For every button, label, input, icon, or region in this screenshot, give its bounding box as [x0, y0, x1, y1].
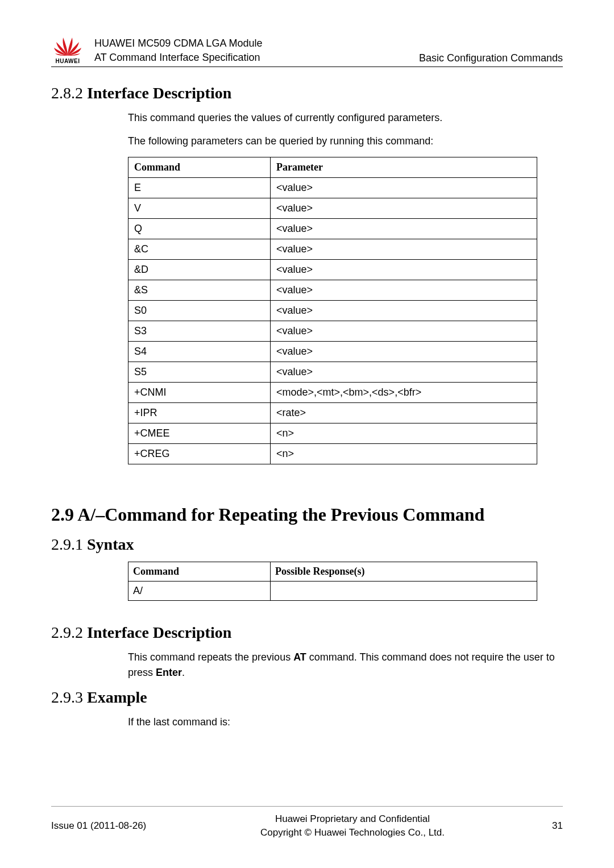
- cell-parameter: <value>: [271, 321, 537, 342]
- heading-2-8-2: 2.8.2 Interface Description: [51, 84, 563, 102]
- table-row: &D<value>: [128, 260, 537, 280]
- cell-parameter: <n>: [271, 423, 537, 444]
- heading-2-9-3: 2.9.3 Example: [51, 688, 563, 707]
- table-row: +CNMI<mode>,<mt>,<bm>,<ds>,<bfr>: [128, 383, 537, 403]
- bold-text: AT: [293, 651, 306, 663]
- heading-num: 2.9.1: [51, 535, 87, 553]
- syntax-table: Command Possible Response(s) A/: [128, 562, 537, 601]
- cell-parameter: <value>: [271, 178, 537, 198]
- cell-command: +CMEE: [128, 423, 271, 444]
- paragraph: If the last command is:: [128, 715, 563, 730]
- table-row: +IPR<rate>: [128, 403, 537, 423]
- table-row: V<value>: [128, 198, 537, 219]
- cell-command: S4: [128, 342, 271, 362]
- table-row: A/: [128, 582, 537, 601]
- table-header-command: Command: [128, 562, 271, 582]
- table-row: +CREG<n>: [128, 444, 537, 464]
- heading-2-9-1: 2.9.1 Syntax: [51, 535, 563, 554]
- heading-title: Example: [87, 688, 147, 706]
- cell-response: [271, 582, 537, 601]
- heading-num: 2.8.2: [51, 84, 87, 102]
- paragraph: The following parameters can be queried …: [128, 134, 563, 149]
- proprietary-text: Huawei Proprietary and Confidential: [176, 812, 529, 826]
- table-header-response: Possible Response(s): [271, 562, 537, 582]
- table-row: &C<value>: [128, 239, 537, 260]
- table-header-parameter: Parameter: [271, 157, 537, 178]
- table-row: &S<value>: [128, 280, 537, 301]
- cell-parameter: <mode>,<mt>,<bm>,<ds>,<bfr>: [271, 383, 537, 403]
- table-header-command: Command: [128, 157, 271, 178]
- cell-command: &C: [128, 239, 271, 260]
- cell-parameter: <value>: [271, 362, 537, 383]
- cell-command: S3: [128, 321, 271, 342]
- page-footer: Issue 01 (2011-08-26) Huawei Proprietary…: [51, 806, 563, 840]
- logo-text: HUAWEI: [56, 58, 80, 64]
- paragraph: This command queries the values of curre…: [128, 110, 563, 126]
- issue-date: Issue 01 (2011-08-26): [51, 820, 176, 832]
- table-row: Q<value>: [128, 219, 537, 239]
- cell-parameter: <value>: [271, 219, 537, 239]
- paragraph: This command repeats the previous AT com…: [128, 650, 563, 680]
- cell-command: +CREG: [128, 444, 271, 464]
- cell-parameter: <rate>: [271, 403, 537, 423]
- table-row: S3<value>: [128, 321, 537, 342]
- cell-parameter: <value>: [271, 198, 537, 219]
- heading-title: Syntax: [87, 535, 134, 553]
- cell-parameter: <value>: [271, 280, 537, 301]
- page-number: 31: [529, 820, 563, 832]
- table-row: S5<value>: [128, 362, 537, 383]
- cell-parameter: <value>: [271, 239, 537, 260]
- chapter-title: Basic Configuration Commands: [419, 52, 563, 64]
- heading-num: 2.9.3: [51, 688, 87, 706]
- footer-center: Huawei Proprietary and Confidential Copy…: [176, 812, 529, 840]
- cell-parameter: <value>: [271, 342, 537, 362]
- heading-title: Interface Description: [87, 624, 231, 641]
- doc-title-1: HUAWEI MC509 CDMA LGA Module: [94, 36, 419, 50]
- table-row: E<value>: [128, 178, 537, 198]
- cell-command: A/: [128, 582, 271, 601]
- copyright-text: Copyright © Huawei Technologies Co., Ltd…: [176, 826, 529, 840]
- cell-command: E: [128, 178, 271, 198]
- cell-command: +CNMI: [128, 383, 271, 403]
- bold-text: Enter: [156, 667, 182, 678]
- cell-command: &S: [128, 280, 271, 301]
- heading-2-9: 2.9 A/–Command for Repeating the Previou…: [51, 504, 563, 525]
- logo-block: HUAWEI: [51, 34, 84, 64]
- heading-title: Interface Description: [87, 84, 231, 102]
- cell-command: Q: [128, 219, 271, 239]
- cell-command: S0: [128, 301, 271, 321]
- cell-command: S5: [128, 362, 271, 383]
- huawei-logo-icon: [54, 34, 81, 57]
- cell-command: +IPR: [128, 403, 271, 423]
- cell-parameter: <n>: [271, 444, 537, 464]
- cell-command: &D: [128, 260, 271, 280]
- header-titles: HUAWEI MC509 CDMA LGA Module AT Command …: [94, 36, 419, 64]
- heading-2-9-2: 2.9.2 Interface Description: [51, 624, 563, 642]
- text: This command repeats the previous: [128, 651, 293, 663]
- heading-num: 2.9.2: [51, 624, 87, 641]
- cell-parameter: <value>: [271, 260, 537, 280]
- parameters-table: Command Parameter E<value>V<value>Q<valu…: [128, 157, 537, 464]
- table-row: S4<value>: [128, 342, 537, 362]
- table-row: +CMEE<n>: [128, 423, 537, 444]
- text: .: [182, 667, 185, 678]
- table-row: S0<value>: [128, 301, 537, 321]
- cell-parameter: <value>: [271, 301, 537, 321]
- doc-title-2: AT Command Interface Specification: [94, 51, 419, 64]
- cell-command: V: [128, 198, 271, 219]
- page-header: HUAWEI HUAWEI MC509 CDMA LGA Module AT C…: [51, 34, 563, 67]
